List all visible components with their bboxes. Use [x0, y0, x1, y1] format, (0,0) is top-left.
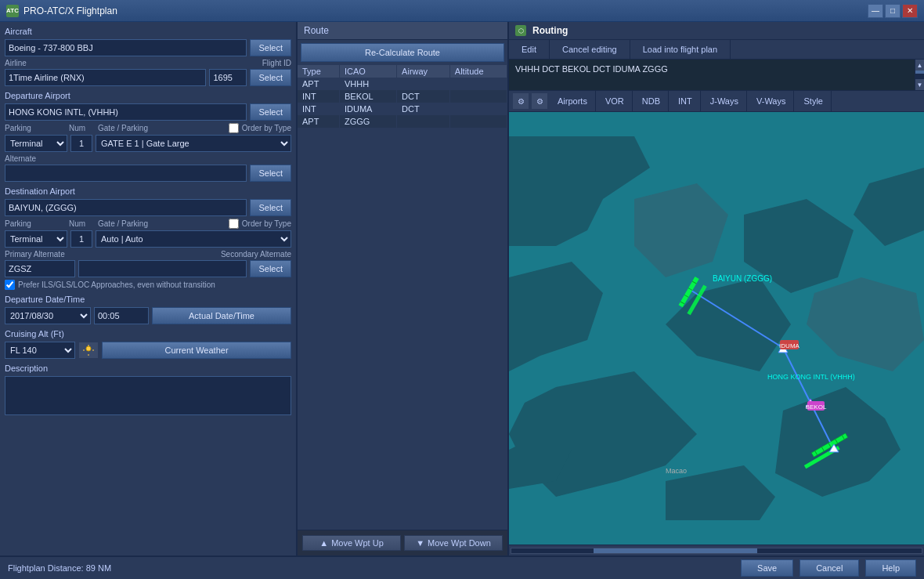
edit-tab[interactable]: Edit: [509, 40, 550, 59]
parking-num-input[interactable]: [70, 135, 92, 152]
primary-alternate-label: Primary Alternate: [5, 250, 65, 259]
horizontal-scrollbar[interactable]: [509, 545, 924, 555]
map-settings-button[interactable]: ⚙: [512, 92, 529, 110]
svg-text:HONG KONG INTL (VHHH): HONG KONG INTL (VHHH): [767, 373, 855, 381]
maximize-button[interactable]: □: [885, 4, 901, 18]
style-tab[interactable]: Style: [796, 91, 831, 111]
map-area[interactable]: BEKOL IDUMA BAIYUN (ZGGG) HONG KONG INTL…: [509, 112, 924, 545]
vways-tab[interactable]: V-Ways: [749, 91, 795, 111]
prefer-ils-label: Prefer ILS/GLS/LOC Approaches, even with…: [18, 280, 215, 289]
dest-order-by-type-checkbox[interactable]: [229, 219, 239, 229]
dest-gate-parking-label: Gate / Parking: [98, 219, 148, 228]
routing-toolbar: Edit Cancel editing Load into flight pla…: [509, 40, 924, 60]
airline-input[interactable]: [5, 69, 206, 86]
airline-select-button[interactable]: Select: [250, 69, 291, 86]
dest-num-label: Num: [69, 219, 85, 228]
departure-select-button[interactable]: Select: [250, 103, 291, 121]
jways-tab[interactable]: J-Ways: [702, 91, 747, 111]
departure-datetime-header: Departure Date/Time: [5, 295, 291, 304]
route-bottom: ▲ Move Wpt Up ▼ Move Wpt Down: [298, 530, 507, 555]
aircraft-select-button[interactable]: Select: [250, 39, 291, 56]
arrow-up-icon: ▲: [319, 538, 328, 548]
move-up-label: Move Wpt Up: [331, 538, 384, 548]
parking-type-select[interactable]: Terminal: [5, 135, 67, 152]
flight-id-label: Flight ID: [262, 59, 291, 67]
dest-parking-label: Parking: [5, 219, 31, 228]
left-panel: Aircraft Select Airline Flight ID Select…: [0, 22, 298, 555]
ndb-tab[interactable]: NDB: [634, 91, 669, 111]
svg-point-0: [86, 346, 91, 351]
routing-scroll-up[interactable]: ▲: [915, 60, 924, 71]
help-button[interactable]: Help: [865, 559, 916, 577]
gate-select[interactable]: GATE E 1 | Gate Large: [96, 135, 291, 152]
airports-tab[interactable]: Airports: [550, 91, 596, 111]
status-text: Flightplan Distance: 89 NM: [8, 563, 735, 573]
col-altitude: Altitude: [449, 65, 507, 78]
route-header: Route: [298, 22, 507, 40]
destination-section-header: Destination Airport: [5, 186, 291, 196]
routing-scroll-down[interactable]: ▼: [915, 79, 924, 90]
route-panel: Route Re-Calculate Route Type ICAO Airwa…: [298, 22, 509, 555]
cancel-editing-tab[interactable]: Cancel editing: [550, 40, 630, 59]
departure-date-select[interactable]: 2017/08/30: [5, 307, 91, 324]
window-title: PRO-ATC/X Flightplan: [23, 5, 868, 16]
table-row[interactable]: APTZGGG: [298, 115, 507, 128]
dest-parking-num-input[interactable]: [70, 230, 92, 248]
aircraft-section-header: Aircraft: [5, 27, 291, 36]
minimize-button[interactable]: —: [868, 4, 883, 18]
recalculate-route-button[interactable]: Re-Calculate Route: [301, 43, 504, 62]
close-button[interactable]: ✕: [902, 4, 918, 18]
alternate-label: Alternate: [5, 154, 36, 163]
dest-order-by-type-label: Order by Type: [242, 219, 291, 228]
map-config-button[interactable]: ⚙: [531, 92, 548, 110]
alternate-select-button[interactable]: Select: [250, 165, 291, 182]
dest-parking-type-select[interactable]: Terminal: [5, 230, 67, 248]
svg-text:IDUMA: IDUMA: [779, 342, 799, 349]
routing-icon: ⬡: [515, 25, 526, 36]
cancel-button[interactable]: Cancel: [799, 559, 859, 577]
move-wpt-up-button[interactable]: ▲ Move Wpt Up: [302, 535, 401, 551]
save-button[interactable]: Save: [741, 559, 793, 577]
departure-time-input[interactable]: [94, 307, 149, 324]
arrow-down-icon: ▼: [416, 538, 424, 548]
secondary-alternate-input[interactable]: [78, 260, 247, 277]
alt-airports-select-button[interactable]: Select: [250, 260, 291, 277]
prefer-ils-checkbox[interactable]: [5, 280, 15, 290]
table-row[interactable]: APTVHHH: [298, 78, 507, 90]
current-weather-button[interactable]: Current Weather: [102, 342, 291, 359]
routing-text: VHHH DCT BEKOL DCT IDUMA ZGGG: [515, 64, 668, 74]
aircraft-input[interactable]: [5, 39, 247, 56]
actual-datetime-button[interactable]: Actual Date/Time: [152, 307, 291, 324]
statusbar: Flightplan Distance: 89 NM Save Cancel H…: [0, 555, 924, 579]
col-icao: ICAO: [340, 65, 397, 78]
primary-alternate-input[interactable]: [5, 260, 75, 277]
dest-gate-select[interactable]: Auto | Auto: [96, 230, 291, 248]
app-icon: ATC: [6, 5, 19, 17]
col-airway: Airway: [397, 65, 450, 78]
departure-section-header: Departure Airport: [5, 91, 291, 100]
order-by-type-checkbox[interactable]: [229, 123, 239, 133]
alternate-input[interactable]: [5, 165, 247, 182]
form-area: Aircraft Select Airline Flight ID Select…: [0, 22, 296, 555]
routing-title: Routing: [532, 25, 568, 36]
destination-airport-input[interactable]: [5, 199, 247, 216]
load-into-fp-tab[interactable]: Load into flight plan: [630, 40, 731, 59]
destination-select-button[interactable]: Select: [250, 199, 291, 216]
route-table: Type ICAO Airway Altitude APTVHHHINTBEKO…: [298, 65, 507, 298]
move-wpt-down-button[interactable]: ▼ Move Wpt Down: [404, 535, 503, 551]
flight-id-input[interactable]: [209, 69, 247, 86]
weather-icon: [78, 342, 99, 359]
description-textarea[interactable]: [5, 376, 291, 415]
table-row[interactable]: INTIDUMADCT: [298, 103, 507, 115]
map-toolbar: ⚙ ⚙ Airports VOR NDB INT J-Ways V-Ways S…: [509, 91, 924, 112]
departure-airport-input[interactable]: [5, 103, 247, 121]
svg-text:BAIYUN (ZGGG): BAIYUN (ZGGG): [713, 274, 772, 283]
num-label: Num: [69, 124, 85, 132]
cruising-alt-select[interactable]: FL 140: [5, 342, 75, 359]
titlebar: ATC PRO-ATC/X Flightplan — □ ✕: [0, 0, 924, 22]
vor-tab[interactable]: VOR: [597, 91, 633, 111]
table-row[interactable]: INTBEKOLDCT: [298, 90, 507, 103]
routing-text-area: VHHH DCT BEKOL DCT IDUMA ZGGG ▲ ▼: [509, 60, 924, 91]
parking-label: Parking: [5, 124, 31, 132]
int-tab[interactable]: INT: [670, 91, 701, 111]
